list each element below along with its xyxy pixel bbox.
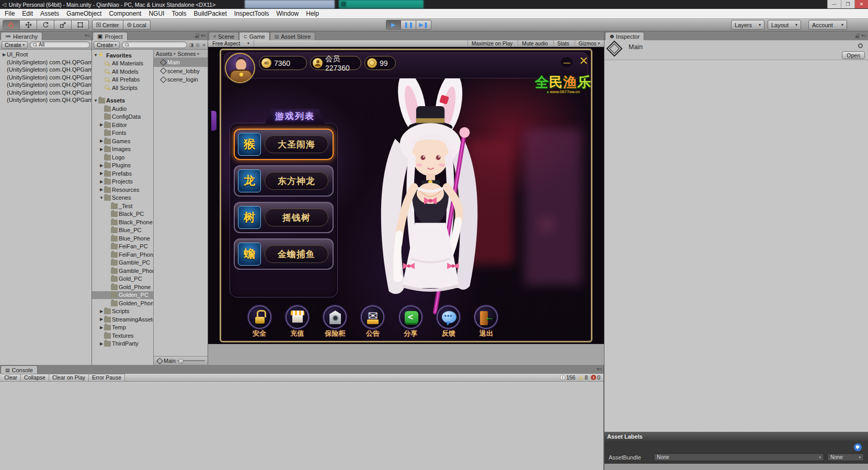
project-tree-item[interactable]: All Materials <box>92 60 153 68</box>
project-tree-item[interactable]: FeiFan_PC <box>92 243 153 251</box>
project-tree-item[interactable]: _Test <box>92 202 153 210</box>
hierarchy-item[interactable]: (UnitySingleton) com.QH.QPGam <box>0 81 92 89</box>
project-tree-item[interactable]: ▶ StreamingAssets <box>92 315 153 324</box>
panel-menu-icon[interactable]: ▾≡ <box>85 33 90 38</box>
lobby-menu-button[interactable]: ✉ 公告 <box>358 305 388 338</box>
scale-tool-icon[interactable] <box>54 20 72 30</box>
project-tree-item[interactable]: ▶ ThirdParty <box>92 340 153 348</box>
lobby-menu-button[interactable]: 充值 <box>282 305 312 338</box>
project-tree-item[interactable]: FeiFan_Phone <box>92 250 153 259</box>
expand-arrow-icon[interactable]: ▼ <box>99 196 104 200</box>
tab-console[interactable]: ▤Console <box>1 365 38 374</box>
view-tab[interactable]: ▤ Asset Store <box>270 32 315 40</box>
layout-dropdown[interactable]: Layout <box>768 20 801 30</box>
lobby-close-button[interactable]: ✕ <box>579 54 588 68</box>
project-tree-item[interactable]: Audio <box>92 105 153 113</box>
thumbnail-size-slider[interactable] <box>177 360 205 361</box>
save-search-icon[interactable]: ★ <box>202 42 206 48</box>
lobby-minimize-button[interactable]: — <box>560 56 574 68</box>
minimize-button[interactable]: — <box>827 0 841 8</box>
search-by-type-icon[interactable]: ◨ <box>189 42 194 48</box>
project-tree-item[interactable]: ▶ Resources <box>92 186 153 194</box>
project-tree-item[interactable]: ▼ Favorites <box>92 51 153 60</box>
move-tool-icon[interactable] <box>20 20 37 30</box>
expand-arrow-icon[interactable]: ▶ <box>99 163 104 168</box>
project-search-input[interactable] <box>122 41 187 48</box>
expand-arrow-icon[interactable]: ▶ <box>99 122 104 127</box>
panel-menu-icon[interactable]: ▾≡ <box>861 33 866 38</box>
maximize-button[interactable]: ❐ <box>841 0 854 8</box>
menu-item[interactable]: Assets <box>37 9 63 18</box>
project-tree-item[interactable]: Golden_PC <box>92 291 153 300</box>
menu-item[interactable]: File <box>1 9 18 18</box>
player-avatar[interactable] <box>225 53 255 83</box>
gear-icon[interactable] <box>858 43 863 48</box>
gameview-toggle-button[interactable]: Mute audio <box>518 40 553 47</box>
asset-file-row[interactable]: scene_login <box>154 75 208 84</box>
expand-arrow-icon[interactable]: ▶ <box>99 325 104 330</box>
project-tree-item[interactable]: All Models <box>92 67 153 76</box>
rotate-tool-icon[interactable] <box>37 20 54 30</box>
menu-item[interactable]: BuildPacket <box>190 9 230 18</box>
lobby-menu-button[interactable]: ••• 反馈 <box>433 305 464 338</box>
project-tree-item[interactable]: ▼ Scenes <box>92 194 153 202</box>
open-button[interactable]: Open <box>842 51 865 59</box>
play-button[interactable]: ▶ <box>386 20 401 30</box>
lobby-menu-button[interactable]: < 分享 <box>395 305 426 338</box>
asset-file-row[interactable]: Main <box>154 58 208 67</box>
lock-icon[interactable] <box>855 33 859 38</box>
layers-dropdown[interactable]: Layers <box>731 20 764 30</box>
hand-tool-icon[interactable] <box>3 20 20 30</box>
console-log-area[interactable] <box>0 382 603 470</box>
warning-count[interactable]: ⚠8 <box>578 374 588 381</box>
view-tab[interactable]: C Game <box>239 32 269 40</box>
expand-arrow-icon[interactable]: ▶ <box>99 171 104 176</box>
create-button[interactable]: Create <box>94 41 120 49</box>
account-dropdown[interactable]: Account <box>808 20 847 30</box>
lobby-menu-button[interactable]: 安全 <box>244 305 275 338</box>
aspect-dropdown[interactable]: Free Aspect <box>208 40 254 47</box>
hierarchy-item[interactable]: ▶ UI_Root <box>0 51 92 59</box>
expand-arrow-icon[interactable]: ▶ <box>99 317 104 322</box>
expand-arrow-icon[interactable]: ▼ <box>93 53 98 58</box>
expand-arrow-icon[interactable]: ▼ <box>93 98 98 103</box>
info-count[interactable]: !156 <box>560 374 576 381</box>
tab-inspector[interactable]: ❶Inspector <box>605 32 644 40</box>
hierarchy-item[interactable]: (UnitySingleton) com.QH.QPGam <box>0 66 92 74</box>
create-button[interactable]: Create <box>2 41 28 49</box>
project-tree-item[interactable]: Gamble_PC <box>92 259 153 267</box>
console-button[interactable]: Clear <box>1 374 21 382</box>
project-tree-item[interactable]: Gamble_Phone <box>92 267 153 275</box>
project-tree-item[interactable]: All Prefabs <box>92 76 153 84</box>
project-tree-item[interactable]: Blue_Phone <box>92 234 153 243</box>
project-tree-item[interactable]: Black_Phone <box>92 218 153 226</box>
pivot-local-button[interactable]: Local <box>123 20 151 30</box>
menu-item[interactable]: Component <box>105 9 145 18</box>
console-button[interactable]: Collapse <box>21 374 49 382</box>
error-count[interactable]: !0 <box>591 374 600 381</box>
project-tree-item[interactable]: ▶ Games <box>92 137 153 145</box>
search-by-label-icon[interactable]: ◎ <box>196 42 200 48</box>
tab-hierarchy[interactable]: ≔Hierarchy <box>1 32 42 40</box>
project-tree-item[interactable]: All Scripts <box>92 84 153 92</box>
lock-icon[interactable] <box>195 33 199 38</box>
close-button[interactable]: ✕ <box>854 0 868 8</box>
project-tree-item[interactable]: ▶ Prefabs <box>92 169 153 178</box>
project-tree-item[interactable]: ▼ Assets <box>92 97 153 105</box>
view-tab[interactable]: # Scene <box>209 32 239 40</box>
label-tag-icon[interactable] <box>854 443 862 451</box>
project-tree-item[interactable] <box>92 92 153 97</box>
hierarchy-item[interactable]: (UnitySingleton) com.QH.QPGam <box>0 74 92 82</box>
assetbundle-variant-dropdown[interactable]: None <box>827 453 864 461</box>
project-tree-item[interactable]: Blue_PC <box>92 226 153 235</box>
project-tree-item[interactable]: ▶ Plugins <box>92 162 153 170</box>
pause-button[interactable]: ❚❚ <box>401 20 416 30</box>
expand-arrow-icon[interactable]: ▶ <box>99 187 104 192</box>
expand-arrow-icon[interactable]: ▶ <box>2 52 7 57</box>
menu-item[interactable]: Window <box>273 9 303 18</box>
rect-tool-icon[interactable] <box>72 20 89 30</box>
pivot-center-button[interactable]: Center <box>92 20 123 30</box>
lobby-menu-button[interactable]: 保险柜 <box>320 305 350 338</box>
menu-item[interactable]: Edit <box>18 9 37 18</box>
expand-arrow-icon[interactable]: ▶ <box>99 341 104 346</box>
